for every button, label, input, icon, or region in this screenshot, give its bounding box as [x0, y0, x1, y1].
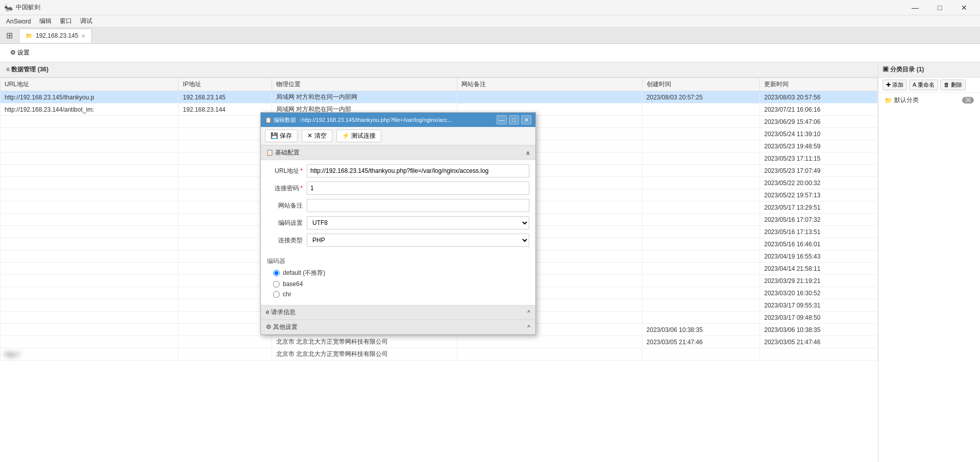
cell-ip: 192.168.23.144 — [179, 104, 272, 116]
encoder-default-label[interactable]: default (不推荐) — [283, 269, 325, 277]
encoder-base64-row: base64 — [267, 280, 529, 288]
cell-ip — [179, 348, 272, 361]
modal-save-button[interactable]: 💾 保存 — [265, 130, 298, 142]
cell-url — [1, 214, 179, 226]
modal-minimize-button[interactable]: — — [497, 115, 507, 124]
category-title: ▣ 分类目录 (1) — [883, 65, 924, 74]
cell-created — [642, 348, 760, 361]
cell-url — [1, 177, 179, 189]
category-folder-icon: 📁 — [885, 97, 892, 104]
menu-edit[interactable]: 编辑 — [35, 16, 56, 27]
password-input[interactable] — [307, 182, 529, 195]
add-category-button[interactable]: ✚ 添加 — [883, 80, 907, 90]
conn-type-select[interactable]: PHP ASP ASPX JSP — [307, 234, 529, 247]
note-input[interactable] — [307, 199, 529, 212]
maximize-button[interactable]: □ — [928, 0, 951, 15]
category-item-default[interactable]: 📁 默认分类 36 — [878, 93, 980, 108]
col-updated[interactable]: 更新时间 — [760, 78, 878, 91]
category-label: 默认分类 — [894, 96, 919, 105]
tab-label: 192.168.23.145 — [36, 32, 78, 39]
col-ip[interactable]: IP地址 — [179, 78, 272, 91]
cell-created — [642, 226, 760, 238]
cell-created — [642, 189, 760, 201]
cell-created — [642, 140, 760, 152]
cell-updated: 2023/04/14 21:58:11 — [760, 263, 878, 275]
menu-bar: AnSword 编辑 窗口 调试 — [0, 15, 980, 28]
encoding-select[interactable]: UTF8 GBK UTF-16 — [307, 216, 529, 229]
delete-category-button[interactable]: 🗑 删除 — [940, 80, 966, 90]
conn-type-label: 连接类型 — [267, 236, 303, 245]
cell-url — [1, 263, 179, 275]
encoder-base64-label[interactable]: base64 — [283, 280, 303, 288]
url-input[interactable] — [307, 164, 529, 177]
request-section-header[interactable]: e 请求信息 ^ — [261, 305, 535, 320]
cell-ip — [179, 263, 272, 275]
cell-updated: 2023/04/19 16:55:43 — [760, 250, 878, 263]
modal-test-button[interactable]: ⚡ 测试连接 — [336, 130, 381, 142]
cell-url: http://192.168.23.144/antibot_im: — [1, 104, 179, 116]
cell-updated: 2023/03/17 09:55:31 — [760, 299, 878, 312]
encoder-chr-radio[interactable] — [273, 291, 280, 298]
cell-url — [1, 287, 179, 299]
modal-close-button[interactable]: ✕ — [521, 115, 531, 124]
cell-ip — [179, 287, 272, 299]
settings-button[interactable]: ⚙ 设置 — [6, 46, 34, 59]
cell-ip — [179, 128, 272, 140]
url-label: URL地址* — [267, 167, 303, 175]
cell-url — [1, 238, 179, 250]
encoder-section: 编码器 default (不推荐) base64 chr — [261, 255, 535, 305]
cell-updated — [760, 348, 878, 361]
col-created[interactable]: 创建时间 — [642, 78, 760, 91]
cell-ip — [179, 116, 272, 128]
cell-note — [457, 336, 642, 348]
modal-clear-button[interactable]: ✕ 清空 — [302, 130, 332, 142]
cell-url — [1, 226, 179, 238]
menu-antsword[interactable]: AnSword — [2, 17, 35, 26]
col-note[interactable]: 网站备注 — [457, 78, 642, 91]
note-row: 网站备注 — [267, 199, 529, 212]
app-title: 中国蚁剑 — [16, 3, 40, 12]
cell-updated: 2023/06/29 15:47:06 — [760, 116, 878, 128]
app-icon: 🐜 — [4, 4, 13, 12]
col-url[interactable]: URL地址 — [1, 78, 179, 91]
encoder-chr-label[interactable]: chr — [283, 291, 291, 298]
cell-url — [1, 299, 179, 312]
encoder-default-radio[interactable] — [273, 270, 280, 276]
cell-updated: 2023/03/17 09:48:50 — [760, 312, 878, 324]
encoder-default-row: default (不推荐) — [267, 269, 529, 277]
modal-maximize-button[interactable]: □ — [509, 115, 519, 124]
tab-192-168-23-145[interactable]: 📁 192.168.23.145 ✕ — [19, 29, 92, 43]
cell-ip — [179, 275, 272, 287]
basic-config-section-header[interactable]: 📋 基础配置 ∧ — [261, 145, 535, 160]
cell-created — [642, 128, 760, 140]
other-section-header[interactable]: ⚙ 其他设置 ^ — [261, 320, 535, 335]
cell-created — [642, 104, 760, 116]
cell-created — [642, 287, 760, 299]
cell-created — [642, 152, 760, 165]
password-row: 连接密码* — [267, 182, 529, 195]
basic-config-chevron: ∧ — [526, 149, 530, 157]
cell-url: http://192.168.23.145/thankyou.p — [1, 91, 179, 104]
minimize-button[interactable]: — — [903, 0, 927, 15]
cell-url — [1, 250, 179, 263]
cell-created — [642, 201, 760, 214]
rename-category-button[interactable]: A 重命名 — [909, 80, 938, 90]
cell-url — [1, 128, 179, 140]
col-location[interactable]: 物理位置 — [272, 78, 457, 91]
home-tab-icon[interactable]: ⊞ — [2, 29, 17, 42]
menu-debug[interactable]: 调试 — [76, 16, 96, 27]
cell-url — [1, 336, 179, 348]
encoder-base64-radio[interactable] — [273, 281, 280, 288]
encoding-row: 编码设置 UTF8 GBK UTF-16 — [267, 216, 529, 229]
close-button[interactable]: ✕ — [952, 0, 976, 15]
tab-close-icon[interactable]: ✕ — [81, 33, 85, 39]
table-row[interactable]: http://北京市 北京北大方正宽带网科技有限公司 — [1, 348, 878, 361]
cell-updated: 2023/03/20 16:30:52 — [760, 287, 878, 299]
table-row[interactable]: 北京市 北京北大方正宽带网科技有限公司2023/03/05 21:47:4620… — [1, 336, 878, 348]
password-label: 连接密码* — [267, 184, 303, 193]
cell-url — [1, 275, 179, 287]
table-row[interactable]: http://192.168.23.145/thankyou.p192.168.… — [1, 91, 878, 104]
menu-window[interactable]: 窗口 — [56, 16, 76, 27]
category-count: 36 — [962, 97, 974, 104]
cell-created: 2023/08/03 20:57:25 — [642, 91, 760, 104]
